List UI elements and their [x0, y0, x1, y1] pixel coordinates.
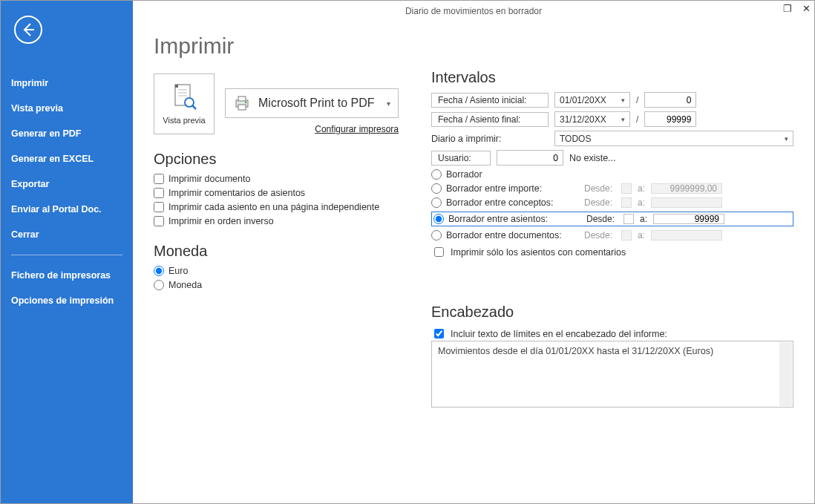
- sidebar-item-generar-excel[interactable]: Generar en EXCEL: [1, 146, 133, 171]
- opt-print-document[interactable]: Imprimir documento: [154, 174, 399, 184]
- printer-name: Microsoft Print to PDF: [258, 96, 374, 110]
- preview-button[interactable]: Vista previa: [154, 73, 215, 134]
- opt-print-comments[interactable]: Imprimir comentarios de asientos: [154, 188, 399, 198]
- radio-importe[interactable]: [431, 183, 442, 194]
- svg-point-9: [245, 102, 246, 103]
- usuario-label-button[interactable]: Usuario:: [431, 151, 491, 166]
- options-heading: Opciones: [154, 151, 399, 168]
- chevron-down-icon: ▾: [785, 135, 788, 143]
- start-date-label-button[interactable]: Fecha / Asiento inicial:: [431, 93, 549, 108]
- intervals-heading: Intervalos: [431, 69, 793, 86]
- opt-print-reverse[interactable]: Imprimir en orden inverso: [154, 216, 399, 226]
- sidebar-item-cerrar[interactable]: Cerrar: [1, 222, 133, 247]
- sidebar-item-opciones-impresion[interactable]: Opciones de impresión: [1, 288, 133, 313]
- radio-borrador[interactable]: [431, 169, 442, 180]
- document-search-icon: [171, 83, 197, 113]
- currency-moneda[interactable]: Moneda: [154, 280, 399, 290]
- conceptos-from-input: [621, 197, 632, 208]
- diario-label: Diario a imprimir:: [431, 134, 549, 144]
- sidebar-item-exportar[interactable]: Exportar: [1, 171, 133, 197]
- end-date-label-button[interactable]: Fecha / Asiento final:: [431, 112, 549, 127]
- back-button[interactable]: [14, 16, 42, 44]
- header-text-content: Movimientos desde el día 01/01/20XX hast…: [438, 346, 713, 356]
- header-heading: Encabezado: [431, 304, 793, 321]
- start-asiento-input[interactable]: [644, 92, 696, 108]
- currency-heading: Moneda: [154, 243, 399, 260]
- usuario-status: No existe...: [569, 153, 616, 163]
- start-date-combo[interactable]: 01/01/20XX▾: [554, 92, 630, 108]
- documentos-to-input: [651, 230, 722, 240]
- conceptos-to-input: [651, 197, 722, 208]
- opt-print-each-page[interactable]: Imprimir cada asiento en una página inde…: [154, 202, 399, 212]
- printer-icon: [233, 94, 251, 112]
- importe-from-input: [621, 183, 632, 194]
- svg-rect-7: [238, 96, 246, 101]
- asientos-to-input[interactable]: [653, 214, 724, 224]
- sidebar-separator: [11, 255, 122, 255]
- svg-rect-8: [238, 105, 246, 110]
- svg-line-5: [192, 105, 196, 109]
- scrollbar[interactable]: [779, 342, 792, 406]
- page-title: Imprimir: [154, 33, 399, 59]
- arrow-left-icon: [19, 21, 37, 39]
- currency-euro[interactable]: Euro: [154, 266, 399, 276]
- sidebar-item-fichero-impresoras[interactable]: Fichero de impresoras: [1, 263, 133, 288]
- chk-include-header[interactable]: Incluir texto de límites en el encabezad…: [431, 327, 793, 341]
- usuario-input[interactable]: [497, 150, 563, 166]
- sidebar-item-enviar-portal[interactable]: Enviar al Portal Doc.: [1, 197, 133, 222]
- sidebar-item-imprimir[interactable]: Imprimir: [1, 71, 133, 96]
- chevron-down-icon: ▾: [387, 99, 390, 108]
- radio-documentos[interactable]: [431, 230, 442, 240]
- sidebar: Imprimir Vista previa Generar en PDF Gen…: [1, 1, 133, 503]
- importe-to-input: [651, 183, 722, 194]
- slash-separator: /: [636, 95, 638, 105]
- chevron-down-icon: ▾: [621, 116, 625, 123]
- radio-conceptos[interactable]: [431, 197, 442, 208]
- slash-separator: /: [636, 114, 638, 125]
- end-asiento-input[interactable]: [644, 111, 696, 127]
- printer-select[interactable]: Microsoft Print to PDF ▾: [225, 88, 399, 118]
- chk-only-comments[interactable]: Imprimir sólo los asientos con comentari…: [431, 245, 793, 259]
- diario-dropdown[interactable]: TODOS▾: [554, 131, 793, 146]
- documentos-from-input: [621, 230, 632, 240]
- preview-label: Vista previa: [163, 116, 205, 125]
- end-date-combo[interactable]: 31/12/20XX▾: [554, 111, 630, 127]
- chevron-down-icon: ▾: [621, 96, 625, 104]
- sidebar-item-generar-pdf[interactable]: Generar en PDF: [1, 121, 133, 146]
- radio-asientos[interactable]: [433, 214, 444, 224]
- header-textarea[interactable]: Movimientos desde el día 01/01/20XX hast…: [431, 341, 793, 408]
- configure-printer-link[interactable]: Configurar impresora: [225, 124, 399, 134]
- sidebar-item-vista-previa[interactable]: Vista previa: [1, 96, 133, 121]
- asientos-from-input[interactable]: [623, 214, 634, 224]
